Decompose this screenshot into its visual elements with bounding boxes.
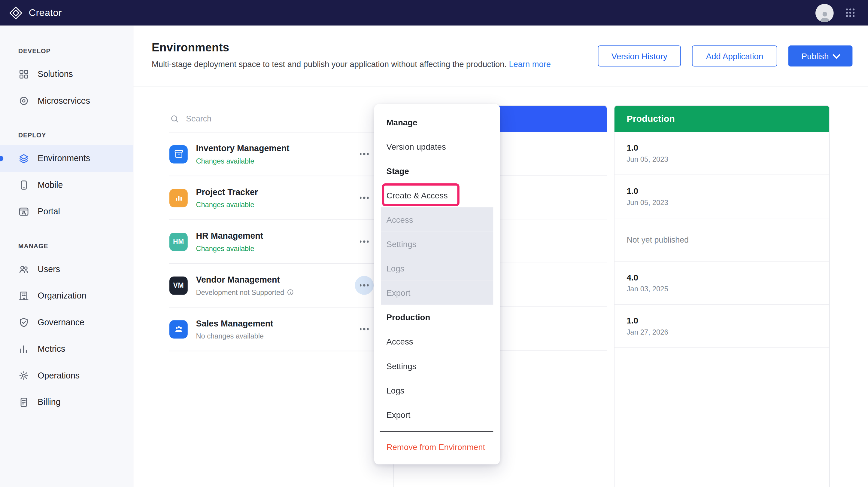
- app-row-inventory-management[interactable]: Inventory Management Changes available: [169, 133, 388, 176]
- sidebar-item-label: Users: [37, 264, 60, 274]
- sidebar-item-environments[interactable]: Environments: [0, 145, 133, 172]
- menu-item-production-access[interactable]: Access: [374, 329, 500, 353]
- governance-icon: [18, 317, 29, 328]
- active-indicator-dot: [0, 156, 3, 161]
- not-published-note: Not yet published: [626, 235, 829, 244]
- sales-app-icon: [169, 320, 188, 338]
- publish-label: Publish: [802, 51, 829, 60]
- sidebar-item-billing[interactable]: Billing: [0, 389, 133, 416]
- production-cell: 4.0 Jan 03, 2025: [615, 261, 829, 305]
- app-name: Project Tracker: [196, 187, 258, 197]
- sidebar-item-label: Billing: [37, 397, 60, 407]
- row-actions-button[interactable]: [355, 189, 374, 207]
- hr-app-icon: HM: [169, 232, 188, 251]
- sidebar-item-label: Governance: [37, 317, 84, 327]
- app-row-hr-management[interactable]: HM HR Management Changes available: [169, 220, 388, 264]
- search-input[interactable]: [185, 114, 342, 123]
- version-history-button[interactable]: Version History: [598, 46, 681, 66]
- topbar-right: [815, 4, 859, 22]
- publish-date: Jun 05, 2023: [626, 155, 829, 164]
- app-status: Changes available: [196, 244, 263, 253]
- app-name: Vendor Management: [196, 275, 294, 284]
- app-row-vendor-management[interactable]: VM Vendor Management Development not Sup…: [169, 264, 388, 308]
- app-row-project-tracker[interactable]: Project Tracker Changes available: [169, 176, 388, 220]
- menu-item-production-settings[interactable]: Settings: [374, 353, 500, 378]
- creator-logo-icon: [9, 6, 23, 20]
- publish-button[interactable]: Publish: [788, 46, 853, 66]
- menu-header-stage: Stage: [374, 159, 500, 183]
- version-number: 1.0: [626, 186, 829, 195]
- project-tracker-app-icon: [169, 189, 188, 207]
- row-actions-button[interactable]: [355, 320, 374, 339]
- app-window: Creator DEVELOP Solutions: [0, 0, 868, 487]
- app-status: Changes available: [196, 200, 258, 209]
- page-subtitle: Multi-stage deployment space to test and…: [152, 60, 551, 68]
- publish-date: Jan 03, 2025: [626, 285, 829, 293]
- menu-item-stage-export-disabled: Export: [381, 281, 493, 305]
- sidebar-item-label: Operations: [37, 371, 80, 380]
- sidebar-item-portal[interactable]: Portal: [0, 198, 133, 225]
- brand: Creator: [9, 6, 62, 20]
- sidebar-item-solutions[interactable]: Solutions: [0, 61, 133, 87]
- version-number: 1.0: [626, 316, 829, 325]
- mobile-icon: [18, 179, 29, 191]
- environments-icon: [18, 153, 29, 164]
- publish-date: Jan 27, 2026: [626, 328, 829, 336]
- sidebar-item-metrics[interactable]: Metrics: [0, 336, 133, 362]
- sidebar-item-operations[interactable]: Operations: [0, 362, 133, 389]
- publish-date: Jun 05, 2023: [626, 198, 829, 207]
- vendor-app-icon: VM: [169, 276, 188, 295]
- chevron-down-icon: [833, 51, 840, 59]
- sidebar-item-mobile[interactable]: Mobile: [0, 172, 133, 198]
- sidebar-item-label: Portal: [37, 206, 60, 217]
- menu-item-production-logs[interactable]: Logs: [374, 378, 500, 402]
- solutions-icon: [18, 69, 29, 80]
- app-name: Sales Management: [196, 318, 273, 328]
- sidebar: DEVELOP Solutions Microservices DEPLOY E…: [0, 26, 133, 487]
- menu-item-create-and-access[interactable]: Create & Access: [374, 183, 500, 207]
- sidebar-item-label: Organization: [37, 291, 86, 301]
- add-application-button[interactable]: Add Application: [692, 46, 777, 66]
- learn-more-link[interactable]: Learn more: [509, 60, 551, 68]
- menu-item-production-export[interactable]: Export: [374, 402, 500, 427]
- menu-item-remove-from-environment[interactable]: Remove from Environment: [374, 436, 500, 458]
- app-name: HR Management: [196, 231, 263, 241]
- app-status: No changes available: [196, 332, 273, 340]
- row-actions-button-open[interactable]: [355, 276, 374, 295]
- inventory-app-icon: [169, 145, 188, 163]
- row-actions-menu: Manage Version updates Stage Create & Ac…: [374, 104, 500, 464]
- section-label-manage: MANAGE: [18, 242, 133, 249]
- production-cell: 1.0 Jan 27, 2026: [615, 305, 829, 348]
- menu-divider: [380, 431, 493, 432]
- brand-name: Creator: [29, 7, 62, 19]
- sidebar-item-governance[interactable]: Governance: [0, 309, 133, 336]
- header-divider: [133, 86, 868, 87]
- sidebar-item-label: Microservices: [37, 96, 90, 106]
- users-icon: [18, 264, 29, 275]
- page-subtitle-text: Multi-stage deployment space to test and…: [152, 60, 507, 68]
- apps-grid-icon[interactable]: [845, 7, 856, 18]
- app-row-sales-management[interactable]: Sales Management No changes available: [169, 308, 388, 351]
- menu-header-manage: Manage: [374, 110, 500, 134]
- version-number: 1.0: [626, 143, 829, 152]
- user-avatar[interactable]: [815, 4, 834, 22]
- production-column-header: Production: [615, 106, 829, 132]
- operations-icon: [18, 370, 29, 381]
- row-actions-button[interactable]: [355, 232, 374, 251]
- row-actions-button[interactable]: [355, 145, 374, 164]
- sidebar-item-users[interactable]: Users: [0, 256, 133, 283]
- portal-icon: [18, 206, 29, 217]
- menu-header-production: Production: [374, 305, 500, 329]
- production-column: Production 1.0 Jun 05, 2023 1.0 Jun 05, …: [614, 105, 830, 487]
- microservices-icon: [18, 95, 29, 107]
- version-number: 4.0: [626, 273, 829, 282]
- organization-icon: [18, 290, 29, 302]
- metrics-icon: [18, 344, 29, 355]
- sidebar-item-label: Metrics: [37, 344, 65, 354]
- menu-item-stage-settings-disabled: Settings: [381, 231, 493, 256]
- sidebar-item-microservices[interactable]: Microservices: [0, 87, 133, 114]
- main-content: Environments Multi-stage deployment spac…: [133, 26, 868, 487]
- sidebar-item-organization[interactable]: Organization: [0, 283, 133, 309]
- menu-item-version-updates[interactable]: Version updates: [374, 134, 500, 159]
- info-icon: [287, 288, 294, 295]
